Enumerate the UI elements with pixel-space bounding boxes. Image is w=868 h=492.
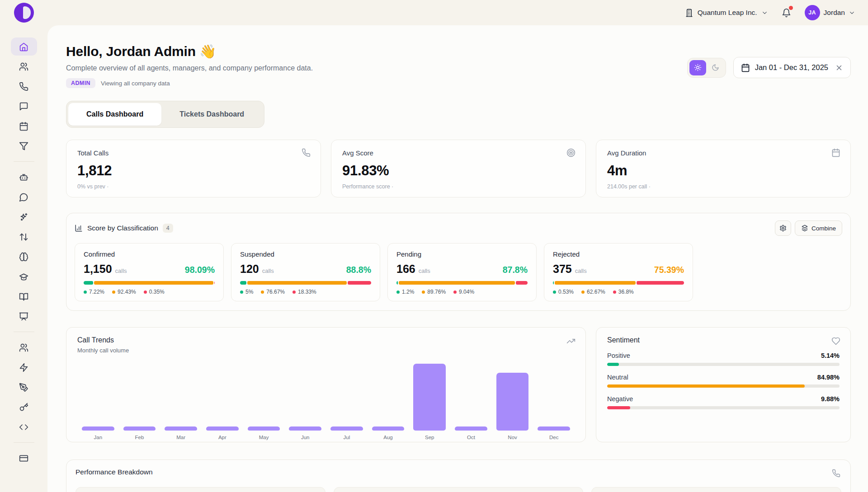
bar-oct[interactable] — [455, 426, 487, 431]
sidebar-item-developer[interactable] — [11, 418, 37, 436]
sidebar-item-chat[interactable] — [11, 188, 37, 206]
date-range-picker[interactable]: Jan 01 - Dec 31, 2025 — [733, 57, 851, 78]
green-dot-icon — [240, 291, 243, 294]
page-header: Hello, Jordan Admin 👋 Complete overview … — [66, 43, 851, 88]
settings-button[interactable] — [775, 220, 791, 236]
classification-unit: calls — [575, 267, 587, 274]
bar-feb[interactable] — [123, 426, 156, 431]
section-title: Score by Classification — [87, 224, 158, 232]
bar-may[interactable] — [248, 426, 280, 431]
bar-nov[interactable] — [496, 373, 529, 431]
performance-breakdown-section: Performance Breakdown Total Calls Active… — [66, 459, 851, 492]
sidebar-item-team[interactable] — [11, 338, 37, 356]
main-panel: Hello, Jordan Admin 👋 Complete overview … — [47, 25, 868, 492]
tab-tickets-dashboard[interactable]: Tickets Dashboard — [161, 103, 262, 126]
tab-calls-dashboard[interactable]: Calls Dashboard — [68, 103, 161, 126]
brain-icon — [19, 252, 28, 262]
classification-unit: calls — [419, 267, 430, 274]
stat-card-avg-duration: Avg Duration 4m 214.00s per call · — [596, 140, 851, 197]
sun-icon — [694, 64, 702, 71]
app-logo[interactable] — [14, 3, 34, 23]
classification-legend: 0.53% 62.67% 36.8% — [553, 289, 684, 295]
heart-icon — [831, 337, 840, 346]
message-square-icon — [19, 102, 28, 111]
sidebar-item-presentations[interactable] — [11, 307, 37, 325]
dark-mode-button[interactable] — [707, 60, 724, 75]
bar-mar[interactable] — [165, 426, 197, 431]
sidebar-item-transfers[interactable] — [11, 228, 37, 246]
building-icon — [685, 9, 693, 17]
theme-toggle — [687, 58, 726, 78]
close-icon[interactable] — [835, 64, 843, 72]
red-dot-icon — [292, 291, 296, 294]
bar-jun[interactable] — [289, 426, 321, 431]
classification-calls: 375 — [553, 262, 572, 276]
sidebar-item-automations[interactable] — [11, 358, 37, 376]
phone-icon — [302, 148, 311, 157]
call-trends-chart — [77, 364, 575, 431]
filter-icon — [19, 141, 28, 151]
credit-card-icon — [19, 454, 28, 463]
bar-dec[interactable] — [538, 426, 570, 431]
user-menu[interactable]: JA Jordan — [805, 5, 855, 20]
combine-button[interactable]: Combine — [795, 220, 842, 236]
dashboard-tabs: Calls Dashboard Tickets Dashboard — [66, 101, 264, 128]
orange-dot-icon — [581, 291, 585, 294]
notification-dot — [789, 6, 793, 10]
bar-chart-icon — [75, 224, 83, 232]
sidebar-item-billing[interactable] — [11, 449, 37, 467]
pen-tool-icon — [19, 383, 28, 392]
sidebar-item-ai[interactable] — [11, 208, 37, 226]
sidebar-item-access[interactable] — [11, 398, 37, 416]
sidebar-item-users[interactable] — [11, 57, 37, 75]
classification-title: Rejected — [553, 250, 684, 258]
chevron-down-icon — [849, 9, 855, 16]
classification-title: Pending — [396, 250, 528, 258]
stat-label: Avg Score — [342, 149, 575, 157]
sparkles-icon — [19, 212, 28, 222]
phone-icon — [19, 82, 28, 91]
stat-value: 1,812 — [77, 163, 310, 179]
sidebar-item-calendar[interactable] — [11, 117, 37, 135]
bar-sep[interactable] — [413, 364, 446, 431]
call-trends-card: Call Trends Monthly call volume — [66, 327, 586, 442]
calendar-icon — [831, 148, 840, 157]
sidebar-nav — [11, 23, 37, 467]
bar-apr[interactable] — [206, 426, 239, 431]
sidebar-item-bot[interactable] — [11, 168, 37, 186]
home-icon — [19, 42, 28, 52]
combine-label: Combine — [811, 225, 836, 232]
sidebar-item-insights[interactable] — [11, 248, 37, 266]
red-dot-icon — [613, 291, 616, 294]
classification-legend: 7.22% 92.43% 0.35% — [84, 289, 215, 295]
section-title: Performance Breakdown — [75, 468, 841, 476]
orange-dot-icon — [422, 291, 425, 294]
notifications-button[interactable] — [782, 8, 791, 18]
gear-icon — [779, 225, 787, 232]
arrows-up-down-icon — [19, 232, 28, 242]
bar-jan[interactable] — [82, 426, 114, 431]
classification-card-pending: Pending 166 calls 87.8% 1.2% 89.76% 9.04… — [387, 243, 537, 301]
classification-score: 98.09% — [185, 265, 215, 275]
users-icon — [19, 343, 28, 352]
classification-bar — [84, 281, 215, 285]
stat-value: 91.83% — [342, 163, 575, 179]
sidebar-item-library[interactable] — [11, 287, 37, 305]
company-selector[interactable]: Quantum Leap Inc. — [685, 9, 768, 17]
stat-note: 214.00s per call · — [607, 183, 840, 190]
sidebar-item-design[interactable] — [11, 378, 37, 396]
key-icon — [19, 403, 28, 412]
phone-icon — [832, 469, 840, 478]
sidebar-item-training[interactable] — [11, 267, 37, 286]
sidebar-item-filter[interactable] — [11, 137, 37, 155]
bar-aug[interactable] — [372, 426, 405, 431]
sidebar-item-home[interactable] — [11, 37, 37, 56]
moon-icon — [712, 64, 719, 71]
bar-jul[interactable] — [330, 426, 363, 431]
light-mode-button[interactable] — [689, 60, 706, 75]
sidebar-item-messages[interactable] — [11, 97, 37, 115]
sidebar-item-calls[interactable] — [11, 77, 37, 95]
calendar-icon — [741, 63, 750, 72]
score-by-classification-section: Score by Classification 4 Combine Confir… — [66, 213, 851, 311]
calendar-icon — [19, 122, 28, 131]
